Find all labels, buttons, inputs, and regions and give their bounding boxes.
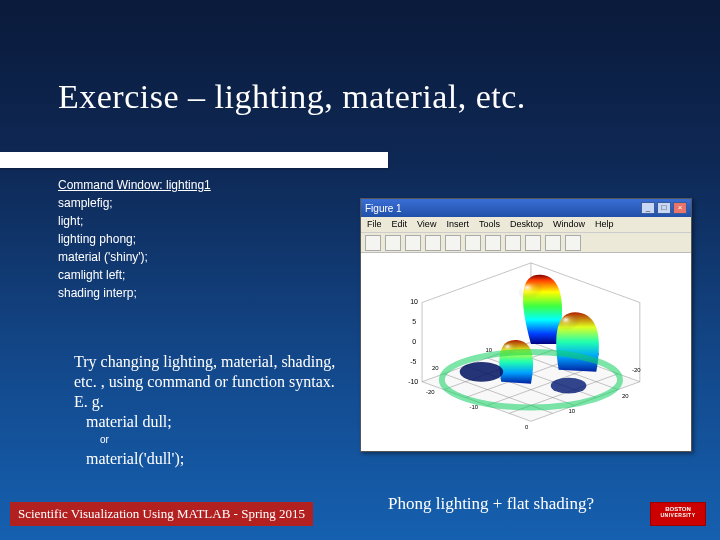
cmd-line: shading interp; [58,286,358,300]
close-button[interactable]: × [673,202,687,214]
menu-view[interactable]: View [417,219,436,230]
accent-bar [0,152,388,168]
svg-line-12 [422,263,531,303]
figure-canvas: -10 -5 0 5 10 -20 -10 0 10 20 -20 -10 0 … [361,253,691,451]
maximize-button[interactable]: □ [657,202,671,214]
tip-or: or [74,434,344,447]
svg-text:-20: -20 [426,389,435,395]
tip-example-2: material('dull'); [74,449,344,469]
toolbar-button[interactable] [565,235,581,251]
svg-text:-20: -20 [632,367,641,373]
toolbar-button[interactable] [545,235,561,251]
toolbar-button[interactable] [405,235,421,251]
minimize-button[interactable]: _ [641,202,655,214]
svg-text:0: 0 [412,338,416,345]
toolbar-button[interactable] [525,235,541,251]
toolbar-button[interactable] [465,235,481,251]
toolbar-button[interactable] [485,235,501,251]
surface-plot: -10 -5 0 5 10 -20 -10 0 10 20 -20 -10 0 … [361,253,691,451]
figure-title: Figure 1 [365,203,402,214]
cmd-line: samplefig; [58,196,358,210]
cmd-line: light; [58,214,358,228]
menu-tools[interactable]: Tools [479,219,500,230]
svg-text:-10: -10 [470,404,479,410]
matlab-figure-window: Figure 1 _ □ × File Edit View Insert Too… [360,198,692,452]
svg-point-33 [551,378,587,394]
window-buttons: _ □ × [641,202,687,214]
slide-title: Exercise – lighting, material, etc. [0,0,720,116]
figure-menubar: File Edit View Insert Tools Desktop Wind… [361,217,691,233]
svg-text:10: 10 [410,298,418,305]
toolbar-button[interactable] [505,235,521,251]
tip-body: Try changing lighting, material, shading… [74,353,335,410]
footer-label: Scientific Visualization Using MATLAB - … [10,502,313,526]
menu-insert[interactable]: Insert [446,219,469,230]
menu-edit[interactable]: Edit [392,219,408,230]
menu-desktop[interactable]: Desktop [510,219,543,230]
boston-university-logo: BOSTON UNIVERSITY [650,502,706,526]
toolbar-button[interactable] [425,235,441,251]
figure-caption: Phong lighting + flat shading? [388,494,594,514]
svg-text:-10: -10 [408,378,418,385]
command-window-block: Command Window: lighting1 samplefig; lig… [58,178,358,304]
svg-point-30 [559,315,583,333]
logo-line2: UNIVERSITY [653,513,703,519]
tip-text: Try changing lighting, material, shading… [74,352,344,469]
svg-point-29 [519,283,547,303]
cmd-line: camlight left; [58,268,358,282]
svg-text:0: 0 [525,424,529,430]
figure-toolbar [361,233,691,253]
toolbar-button[interactable] [445,235,461,251]
menu-help[interactable]: Help [595,219,614,230]
svg-point-32 [460,362,504,382]
menu-file[interactable]: File [367,219,382,230]
svg-text:20: 20 [432,365,439,371]
svg-text:-5: -5 [410,358,416,365]
toolbar-button[interactable] [385,235,401,251]
command-window-heading: Command Window: lighting1 [58,178,358,192]
menu-window[interactable]: Window [553,219,585,230]
svg-text:20: 20 [622,393,629,399]
toolbar-button[interactable] [365,235,381,251]
tip-example-1: material dull; [74,412,344,432]
svg-text:5: 5 [412,318,416,325]
figure-titlebar: Figure 1 _ □ × [361,199,691,217]
cmd-line: material ('shiny'); [58,250,358,264]
svg-text:10: 10 [569,408,576,414]
cmd-line: lighting phong; [58,232,358,246]
